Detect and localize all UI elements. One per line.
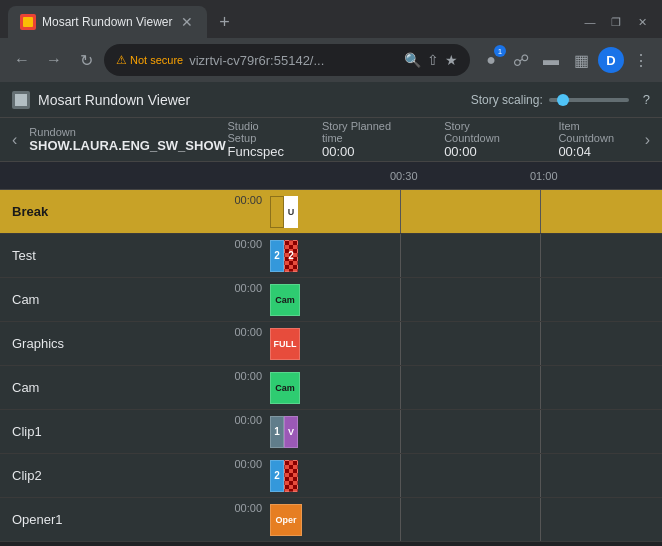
extension-icon-1[interactable]: ● 1	[478, 47, 504, 73]
item-countdown-label: Item Countdown	[558, 120, 632, 144]
vline-1	[400, 234, 401, 277]
story-timeline: U	[270, 190, 662, 233]
story-time: 00:00	[234, 238, 262, 250]
story-name: Opener1	[12, 512, 258, 527]
story-list: 00:00 Break U 00:00 Test 2 2	[0, 190, 662, 542]
scaling-slider[interactable]	[549, 98, 629, 102]
new-tab-button[interactable]: +	[211, 8, 239, 36]
rundown-header: ‹ Rundown SHOW.LAURA.ENG_SW_SHOW Studio …	[0, 118, 662, 162]
vline-2	[540, 322, 541, 365]
app-favicon	[20, 14, 36, 30]
vline-1	[400, 190, 401, 233]
vline-1	[400, 366, 401, 409]
studio-setup-value: Funcspec	[228, 144, 286, 159]
bookmark-icon[interactable]: ★	[445, 52, 458, 68]
reload-button[interactable]: ↻	[72, 46, 100, 74]
more-menu-button[interactable]: ⋮	[628, 47, 654, 73]
story-row: 00:00 Cam Cam	[0, 278, 662, 322]
story-planned-value: 00:00	[322, 144, 408, 159]
item-block-clip1-2: V	[284, 416, 298, 448]
minimize-button[interactable]: —	[578, 10, 602, 34]
story-scaling-label: Story scaling:	[471, 93, 543, 107]
vline-2	[540, 234, 541, 277]
story-timeline: 1 V	[270, 410, 662, 453]
story-planned-col: Story Planned time 00:00	[314, 118, 416, 161]
story-time: 00:00	[234, 370, 262, 382]
puzzle-icon[interactable]: ▬	[538, 47, 564, 73]
item-block-test-2: 2	[284, 240, 298, 272]
warning-icon: ⚠	[116, 53, 127, 67]
extension-badge: 1	[494, 45, 506, 57]
story-time: 00:00	[234, 502, 262, 514]
story-name: Break	[12, 204, 258, 219]
vline-2	[540, 454, 541, 497]
vline-2	[540, 190, 541, 233]
vline-1	[400, 498, 401, 541]
search-icon[interactable]: 🔍	[404, 52, 421, 68]
rundown-col: Rundown SHOW.LAURA.ENG_SW_SHOW	[21, 118, 219, 161]
scaling-thumb	[557, 94, 569, 106]
item-countdown-value: 00:04	[558, 144, 632, 159]
tab-title: Mosart Rundown Viewer	[42, 15, 173, 29]
ruler-mark-030: 00:30	[390, 170, 418, 182]
svg-rect-0	[15, 94, 27, 106]
story-row: 00:00 Graphics FULL	[0, 322, 662, 366]
sidebar-icon[interactable]: ▦	[568, 47, 594, 73]
story-name: Clip1	[12, 424, 258, 439]
story-name-col: 00:00 Test	[0, 234, 270, 277]
forward-button[interactable]: →	[40, 46, 68, 74]
story-name-col: 00:00 Break	[0, 190, 270, 233]
next-story-button[interactable]: ›	[641, 118, 654, 161]
story-countdown-value: 00:00	[444, 144, 522, 159]
rundown-value: SHOW.LAURA.ENG_SW_SHOW	[29, 138, 211, 153]
browser-actions: ● 1 ☍ ▬ ▦ D ⋮	[478, 47, 654, 73]
app-header: Mosart Rundown Viewer Story scaling: ?	[0, 82, 662, 118]
story-name: Clip2	[12, 468, 258, 483]
story-name-col: 00:00 Clip2	[0, 454, 270, 497]
vline-2	[540, 278, 541, 321]
translate-icon[interactable]: ☍	[508, 47, 534, 73]
prev-story-button[interactable]: ‹	[8, 118, 21, 161]
story-name-col: 00:00 Opener1	[0, 498, 270, 541]
browser-frame: Mosart Rundown Viewer ✕ + — ❐ ✕ ← → ↻ ⚠ …	[0, 0, 662, 82]
timeline-ruler: 00:30 01:00	[0, 162, 662, 190]
address-box[interactable]: ⚠ Not secure vizrtvi-cv79r6r:55142/... 🔍…	[104, 44, 470, 76]
story-timeline: Cam	[270, 366, 662, 409]
security-label: Not secure	[130, 54, 183, 66]
active-tab[interactable]: Mosart Rundown Viewer ✕	[8, 6, 207, 38]
share-icon[interactable]: ⇧	[427, 52, 439, 68]
story-countdown-col: Story Countdown 00:00	[436, 118, 530, 161]
story-row: 00:00 Opener1 Oper	[0, 498, 662, 542]
maximize-button[interactable]: ❐	[604, 10, 628, 34]
item-block-cam2: Cam	[270, 372, 300, 404]
item-block-graphics: FULL	[270, 328, 300, 360]
address-icons: 🔍 ⇧ ★	[404, 52, 458, 68]
story-planned-label: Story Planned time	[322, 120, 408, 144]
story-time: 00:00	[234, 326, 262, 338]
item-block-break-1	[270, 196, 284, 228]
story-timeline: 2 2	[270, 234, 662, 277]
story-timeline: FULL	[270, 322, 662, 365]
story-time: 00:00	[234, 194, 262, 206]
tab-close-button[interactable]: ✕	[179, 14, 195, 30]
story-name: Cam	[12, 292, 258, 307]
help-button[interactable]: ?	[643, 92, 650, 107]
back-button[interactable]: ←	[8, 46, 36, 74]
story-countdown-label: Story Countdown	[444, 120, 522, 144]
story-row: 00:00 Break U	[0, 190, 662, 234]
profile-button[interactable]: D	[598, 47, 624, 73]
vline-2	[540, 410, 541, 453]
item-block-clip1-1: 1	[270, 416, 284, 448]
story-name: Graphics	[12, 336, 258, 351]
app-logo	[12, 91, 30, 109]
story-timeline: 2	[270, 454, 662, 497]
item-block-clip2-2	[284, 460, 298, 492]
tab-bar: Mosart Rundown Viewer ✕ + — ❐ ✕	[0, 0, 662, 38]
story-name: Test	[12, 248, 258, 263]
story-time: 00:00	[234, 282, 262, 294]
item-block-test-1: 2	[270, 240, 284, 272]
story-row: 00:00 Test 2 2	[0, 234, 662, 278]
window-controls: — ❐ ✕	[578, 10, 654, 34]
close-window-button[interactable]: ✕	[630, 10, 654, 34]
studio-setup-label: Studio Setup	[228, 120, 286, 144]
